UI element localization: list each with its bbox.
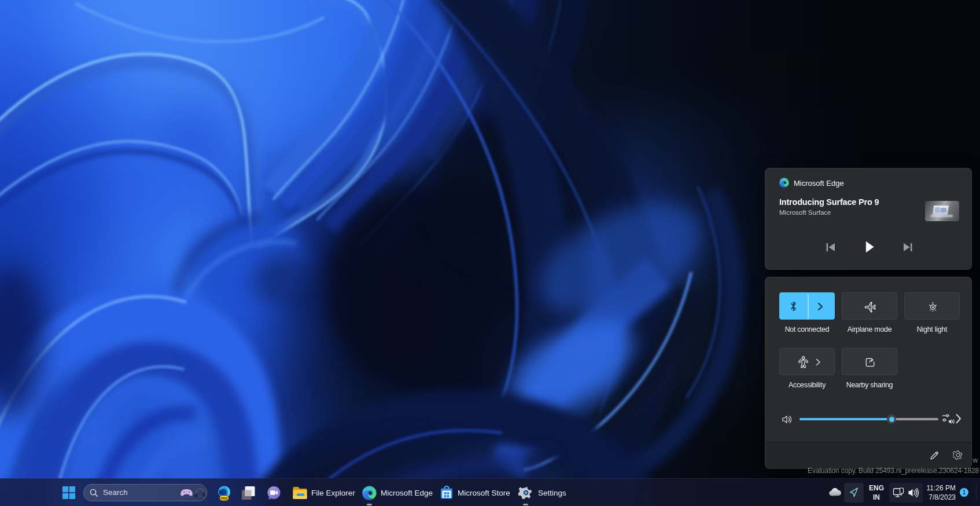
svg-text:PRE: PRE <box>220 496 228 500</box>
